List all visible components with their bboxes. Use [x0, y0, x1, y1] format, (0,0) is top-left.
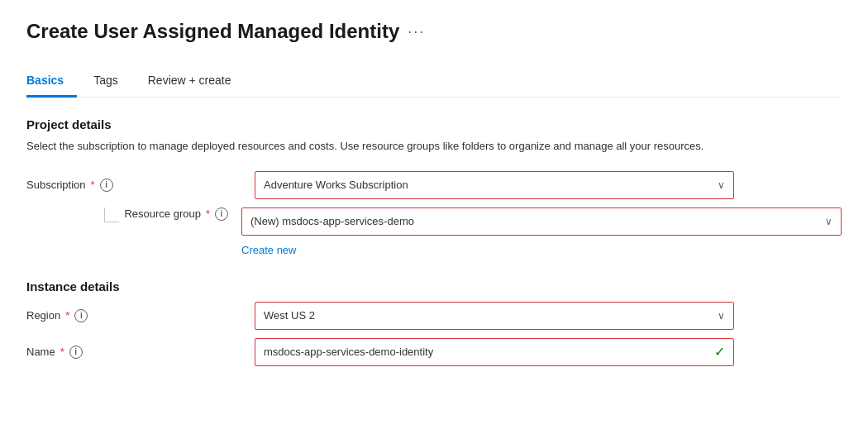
- subscription-label-col: Subscription * i: [26, 179, 241, 192]
- create-new-link[interactable]: Create new: [241, 244, 842, 256]
- subscription-control: Adventure Works Subscription ∨: [255, 171, 734, 199]
- name-row: Name * i msdocs-app-services-demo-identi…: [26, 338, 842, 366]
- instance-details-section: Instance details Region * i West US 2 ∨ …: [26, 279, 842, 366]
- region-value: West US 2: [264, 309, 315, 322]
- tabs-row: Basics Tags Review + create: [26, 66, 842, 98]
- tab-review-create[interactable]: Review + create: [148, 67, 245, 98]
- name-required: *: [60, 346, 64, 358]
- subscription-value: Adventure Works Subscription: [264, 179, 408, 191]
- name-control: msdocs-app-services-demo-identity ✓: [255, 338, 734, 366]
- region-control: West US 2 ∨: [255, 302, 734, 330]
- subscription-info-icon[interactable]: i: [100, 179, 113, 192]
- project-details-title: Project details: [26, 117, 842, 131]
- subscription-row: Subscription * i Adventure Works Subscri…: [26, 171, 842, 199]
- page-title-row: Create User Assigned Managed Identity ··…: [26, 20, 842, 43]
- region-chevron-icon: ∨: [718, 310, 725, 322]
- subscription-chevron-icon: ∨: [718, 179, 725, 191]
- name-info-icon[interactable]: i: [69, 346, 83, 359]
- region-info-icon[interactable]: i: [74, 309, 88, 322]
- region-dropdown[interactable]: West US 2 ∨: [255, 302, 734, 330]
- subscription-required: *: [91, 179, 95, 191]
- name-input[interactable]: msdocs-app-services-demo-identity ✓: [255, 338, 734, 366]
- tab-tags[interactable]: Tags: [93, 67, 131, 98]
- project-details-section: Project details Select the subscription …: [26, 117, 842, 256]
- name-label-col: Name * i: [26, 346, 241, 359]
- name-valid-icon: ✓: [714, 344, 725, 360]
- resource-group-dropdown[interactable]: (New) msdocs-app-services-demo ∨: [241, 207, 842, 236]
- tab-basics[interactable]: Basics: [26, 67, 77, 98]
- region-label: Region: [26, 309, 60, 322]
- ellipsis-menu-icon[interactable]: ···: [408, 23, 425, 41]
- resource-group-connector: Resource group * i (New) msdocs-app-serv…: [26, 207, 842, 256]
- project-details-description: Select the subscription to manage deploy…: [26, 138, 704, 155]
- resource-group-chevron-icon: ∨: [825, 216, 832, 227]
- resource-group-value: (New) msdocs-app-services-demo: [250, 215, 414, 227]
- instance-details-title: Instance details: [26, 279, 842, 293]
- region-row: Region * i West US 2 ∨: [26, 302, 842, 330]
- resource-group-label: Resource group: [124, 207, 201, 220]
- resource-group-wrapper: (New) msdocs-app-services-demo ∨ Create …: [241, 207, 842, 256]
- region-required: *: [65, 309, 69, 322]
- region-label-col: Region * i: [26, 309, 241, 322]
- name-label: Name: [26, 346, 55, 358]
- page-title: Create User Assigned Managed Identity: [26, 20, 399, 43]
- resource-group-info-icon[interactable]: i: [215, 207, 228, 221]
- name-value: msdocs-app-services-demo-identity: [264, 346, 433, 358]
- resource-group-required: *: [206, 207, 210, 220]
- subscription-label: Subscription: [26, 179, 86, 191]
- subscription-dropdown[interactable]: Adventure Works Subscription ∨: [255, 171, 734, 199]
